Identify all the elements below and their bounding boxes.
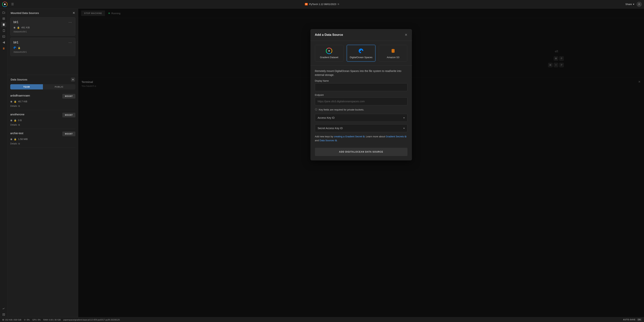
top-bar: ☰ G PyTorch 1.12 08/01/2023 ⧉ Share ▾ [0, 0, 644, 8]
gpu-usage[interactable]: GPU 0% [32, 319, 41, 321]
svg-rect-4 [3, 24, 4, 25]
mounted-card: blr1 ⋯ 🔒 /datasets/blr1 [10, 38, 75, 56]
provider-label: Amazon S3 [387, 56, 399, 59]
rail-logs[interactable] [1, 312, 6, 317]
mount-button[interactable]: MOUNT [62, 132, 75, 136]
tab-public[interactable]: PUBLIC [43, 84, 76, 89]
card-menu-icon[interactable]: ⋯ [68, 40, 72, 44]
rail-files[interactable] [1, 10, 6, 15]
provider-digitalocean[interactable]: DigitalOcean Spaces [347, 45, 375, 61]
source-item: anotherone MOUNT ◉ 🔒 0 B Details ⧉ [10, 110, 75, 129]
modal-close-icon[interactable]: ✕ [405, 33, 408, 37]
menu-toggle[interactable]: ☰ [11, 2, 14, 6]
svg-rect-5 [3, 25, 4, 26]
external-link-icon: ⧉ [18, 105, 20, 107]
mounted-card: blr1 ⋯ ◉ 🔒 491 KiB /datasets/blr1 [10, 17, 75, 36]
s3-logo-icon [390, 48, 396, 54]
details-text: Details [10, 105, 17, 107]
mounted-header-text: Mounted Data Sources [11, 11, 39, 14]
svg-rect-6 [2, 35, 5, 38]
status-bar: ▤ 152 KiB | 500 GiB ◎ 0% GPU 0% RAM 0.00… [0, 317, 644, 322]
rail-notes[interactable] [1, 28, 6, 33]
container-image[interactable]: paperspace/gradient-base:pt112-tf29-jax0… [63, 319, 120, 321]
gradient-secrets-link[interactable]: Gradient Secrets ⧉ [386, 135, 406, 139]
provider-gradient[interactable]: Gradient Dataset [315, 45, 344, 61]
mounted-header: Mounted Data Sources ✕ [8, 8, 78, 17]
cpu-icon: ◎ [24, 319, 26, 321]
add-source-button[interactable]: + [71, 77, 75, 82]
mounted-name: blr1 [14, 20, 18, 24]
mount-button[interactable]: MOUNT [62, 113, 75, 117]
data-sources-link[interactable]: Data Sources ⧉ [320, 139, 337, 143]
external-link-icon[interactable]: ⧉ [338, 3, 339, 5]
modal-description: Remotely mount DigitalOcean Spaces into … [315, 69, 408, 77]
details-link[interactable]: Details ⧉ [10, 142, 20, 145]
external-link-icon: ⧉ [18, 142, 20, 145]
svg-rect-1 [3, 18, 5, 20]
source-size: 0 B [18, 119, 22, 122]
svg-point-0 [638, 3, 640, 4]
rail-metrics[interactable] [1, 306, 6, 311]
rail-jupyter[interactable] [1, 46, 6, 51]
provider-s3[interactable]: Amazon S3 [379, 45, 407, 61]
rail-datasources[interactable] [1, 22, 6, 27]
svg-rect-2 [3, 18, 4, 19]
lock-icon: 🔒 [14, 119, 16, 122]
gradient-logo-icon [326, 48, 332, 54]
add-datasource-modal: Add a Data Source ✕ Gradient Dataset Dig… [310, 29, 412, 160]
mounted-size: 491 KiB [21, 26, 30, 29]
mounted-path: /datasets/blr1 [14, 30, 72, 33]
rail-vscode[interactable] [1, 40, 6, 45]
cpu-usage[interactable]: ◎ 0% [24, 319, 30, 321]
display-name-input[interactable] [315, 83, 408, 91]
ram-usage[interactable]: RAM 0.00 | 30 GiB [43, 319, 61, 321]
disk-icon: ▤ [2, 319, 4, 321]
mounted-path: /datasets/blr1 [14, 51, 72, 53]
mount-button[interactable]: MOUNT [62, 94, 75, 99]
gradient-provider-icon: ◉ [14, 26, 16, 29]
chevron-down-icon: ▾ [403, 127, 405, 130]
source-scope-tabs: TEAM PUBLIC [10, 84, 75, 89]
gradient-provider-icon: ◉ [10, 119, 12, 122]
card-menu-icon[interactable]: ⋯ [68, 20, 72, 24]
app-logo[interactable] [2, 2, 8, 7]
disk-usage[interactable]: ▤ 152 KiB | 500 GiB [2, 319, 21, 321]
endpoint-input[interactable] [315, 97, 408, 105]
svg-point-8 [3, 49, 4, 49]
svg-point-7 [3, 48, 4, 48]
share-label: Share [625, 3, 632, 5]
external-link-icon: ⧉ [363, 135, 364, 139]
access-key-select[interactable]: Access Key ID ▾ [315, 114, 408, 122]
close-sidebar-icon[interactable]: ✕ [72, 11, 75, 15]
chevron-down-icon: ▾ [633, 3, 634, 5]
secret-key-label: Secret Access Key ID [318, 127, 343, 130]
activity-rail [0, 8, 8, 317]
details-text: Details [10, 142, 17, 145]
add-do-source-button[interactable]: ADD DIGITALOCEAN DATA SOURCE [315, 148, 408, 156]
autosave-toggle[interactable]: ON [637, 318, 642, 321]
source-name: anotherone [10, 113, 24, 116]
details-link[interactable]: Details ⧉ [10, 124, 20, 126]
source-item: anbdfnaernraen MOUNT ◉ 🔒 40.7 KiB Detail… [10, 91, 75, 110]
user-avatar[interactable] [636, 2, 642, 7]
share-button[interactable]: Share ▾ [625, 3, 634, 5]
info-icon: ⓘ [315, 108, 317, 111]
secret-key-select[interactable]: Secret Access Key ID ▾ [315, 124, 408, 132]
rail-environment[interactable] [1, 16, 6, 21]
modal-backdrop[interactable]: Add a Data Source ✕ Gradient Dataset Dig… [78, 8, 644, 317]
digitalocean-logo-icon [358, 48, 364, 54]
notebook-title[interactable]: G PyTorch 1.12 08/01/2023 ⧉ [305, 3, 339, 5]
details-link[interactable]: Details ⧉ [10, 105, 20, 107]
sources-header-text: Data Sources [11, 78, 27, 81]
key-info-row: ⓘ Key fields are required for private bu… [315, 108, 408, 111]
source-name: anbdfnaernraen [10, 94, 30, 97]
access-key-label: Access Key ID [318, 116, 335, 119]
title-text: PyTorch 1.12 08/01/2023 [309, 3, 336, 5]
lock-icon: 🔒 [17, 26, 20, 29]
rail-terminal[interactable] [1, 34, 6, 39]
tab-team[interactable]: TEAM [10, 84, 43, 89]
source-item: archie-test MOUNT ◉ 🔒 1.58 MiB Details ⧉ [10, 129, 75, 148]
gradient-badge-icon: G [305, 3, 308, 5]
external-link-icon: ⧉ [18, 124, 20, 126]
gradient-secret-link[interactable]: creating a Gradient Secret ⧉ [334, 135, 364, 139]
